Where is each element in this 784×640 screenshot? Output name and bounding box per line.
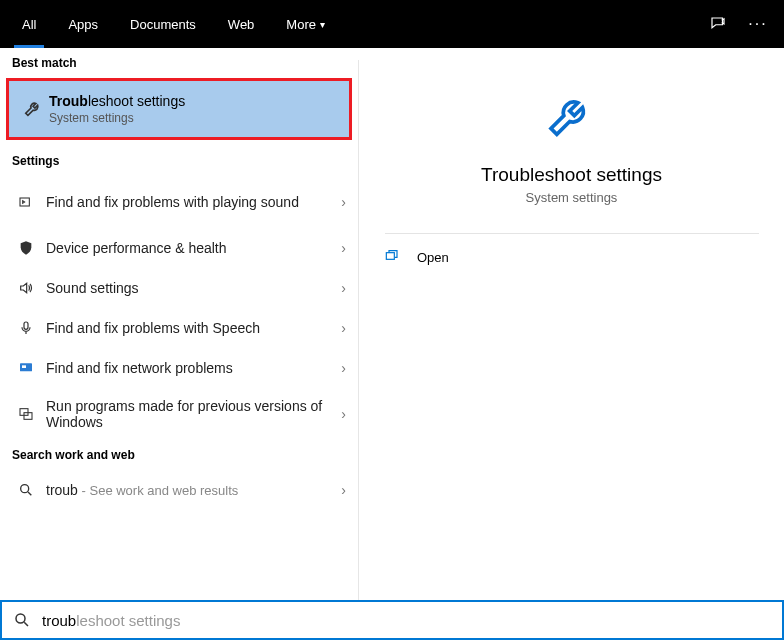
feedback-icon[interactable] [698, 0, 738, 48]
section-search-web: Search work and web [0, 440, 358, 470]
top-tabs: All Apps Documents Web More▾ ··· [0, 0, 784, 48]
microphone-icon [12, 320, 40, 336]
section-settings: Settings [0, 146, 358, 176]
open-label: Open [417, 250, 449, 265]
settings-item-label: Sound settings [40, 280, 341, 296]
settings-item-compat[interactable]: Run programs made for previous versions … [0, 388, 358, 440]
chevron-right-icon: › [341, 406, 346, 422]
wrench-icon [19, 98, 49, 120]
network-icon [12, 360, 40, 376]
svg-point-8 [16, 614, 25, 623]
section-best-match: Best match [0, 48, 358, 78]
svg-point-6 [21, 485, 29, 493]
best-match-result[interactable]: Troubleshoot settings System settings [6, 78, 352, 140]
svg-rect-1 [24, 322, 28, 329]
caret-down-icon: ▾ [320, 19, 325, 30]
results-panel: Best match Troubleshoot settings System … [0, 48, 358, 600]
settings-item-network[interactable]: Find and fix network problems › [0, 348, 358, 388]
preview-panel: Troubleshoot settings System settings Op… [358, 60, 784, 600]
tab-web[interactable]: Web [212, 0, 271, 48]
tab-more[interactable]: More▾ [270, 0, 341, 48]
preview-title: Troubleshoot settings [481, 164, 662, 186]
wrench-icon [544, 90, 600, 150]
shield-icon [12, 240, 40, 256]
tab-apps[interactable]: Apps [52, 0, 114, 48]
settings-item-device-health[interactable]: Device performance & health › [0, 228, 358, 268]
open-icon [383, 248, 405, 267]
settings-item-speech[interactable]: Find and fix problems with Speech › [0, 308, 358, 348]
chevron-right-icon: › [341, 240, 346, 256]
search-icon [12, 482, 40, 498]
compat-icon [12, 406, 40, 422]
search-icon [2, 611, 42, 629]
settings-item-sound[interactable]: Sound settings › [0, 268, 358, 308]
chevron-right-icon: › [341, 320, 346, 336]
svg-rect-3 [22, 365, 26, 368]
preview-subtitle: System settings [526, 190, 618, 205]
settings-item-label: Find and fix problems with playing sound [40, 194, 341, 210]
search-bar[interactable]: troubleshoot settings [0, 600, 784, 640]
sound-fix-icon [12, 194, 40, 210]
chevron-right-icon: › [341, 194, 346, 210]
settings-item-playing-sound[interactable]: Find and fix problems with playing sound… [0, 176, 358, 228]
ellipsis-icon[interactable]: ··· [738, 0, 778, 48]
tab-all[interactable]: All [6, 0, 52, 48]
web-search-item[interactable]: troub - See work and web results › [0, 470, 358, 510]
chevron-right-icon: › [341, 280, 346, 296]
search-input[interactable]: troubleshoot settings [42, 612, 782, 629]
speaker-icon [12, 280, 40, 296]
chevron-right-icon: › [341, 360, 346, 376]
best-match-title-rest: leshoot settings [88, 93, 185, 109]
tab-documents[interactable]: Documents [114, 0, 212, 48]
chevron-right-icon: › [341, 482, 346, 498]
best-match-subtitle: System settings [49, 111, 185, 125]
settings-item-label: Find and fix network problems [40, 360, 341, 376]
svg-rect-7 [386, 253, 394, 260]
settings-item-label: Run programs made for previous versions … [40, 398, 341, 430]
open-action[interactable]: Open [359, 234, 784, 281]
settings-item-label: Find and fix problems with Speech [40, 320, 341, 336]
web-item-label: troub - See work and web results [40, 482, 341, 498]
settings-item-label: Device performance & health [40, 240, 341, 256]
best-match-title-bold: Troub [49, 93, 88, 109]
